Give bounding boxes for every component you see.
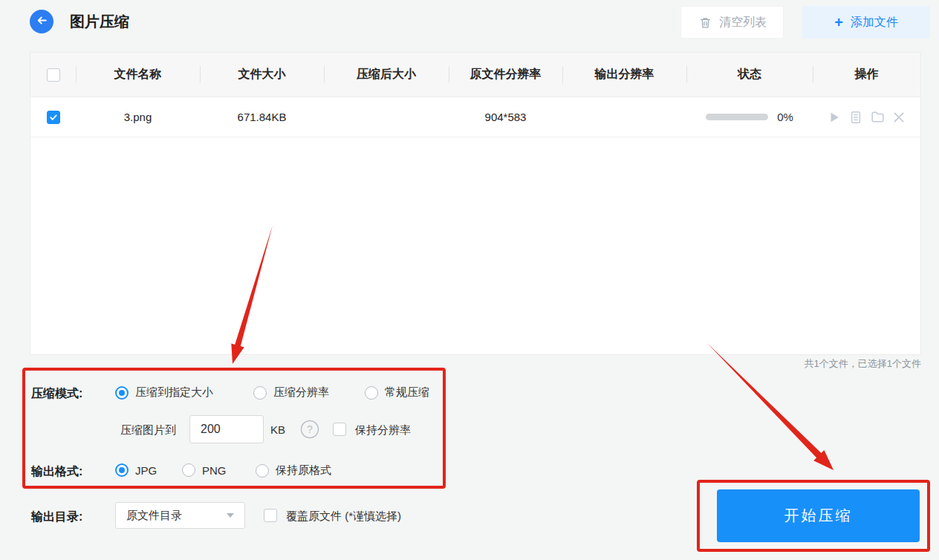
help-icon[interactable]: ? (300, 420, 319, 439)
progress-bar (706, 114, 768, 120)
radio-icon (182, 463, 195, 477)
header-checkbox-cell (30, 53, 76, 97)
row-checkbox-cell (30, 97, 76, 137)
cell-operations (813, 97, 920, 137)
play-icon[interactable] (827, 110, 842, 125)
keep-resolution-label: 保持分辨率 (355, 423, 411, 437)
radio-compress-to-size[interactable]: 压缩到指定大小 (115, 385, 213, 400)
radio-icon (115, 463, 129, 477)
clear-list-button[interactable]: 清空列表 (680, 6, 784, 39)
file-table: 文件名称 文件大小 压缩后大小 原文件分辨率 输出分辨率 状态 操作 3.png… (30, 52, 921, 355)
cell-original-resolution: 904*583 (449, 97, 562, 137)
remove-icon[interactable] (891, 110, 906, 125)
radio-format-jpg[interactable]: JPG (115, 463, 157, 477)
table-row: 3.png 671.84KB 904*583 0% (30, 97, 920, 137)
svg-text:?: ? (307, 423, 313, 435)
column-header-compressed-size: 压缩后大小 (324, 53, 449, 97)
arrow-left-icon (36, 14, 48, 30)
output-dir-label: 输出目录: (31, 509, 82, 525)
cell-file-size: 671.84KB (200, 97, 324, 137)
radio-format-png[interactable]: PNG (182, 463, 227, 477)
overwrite-checkbox[interactable] (264, 509, 277, 522)
column-header-original-resolution: 原文件分辨率 (449, 53, 562, 97)
output-format-label: 输出格式: (31, 464, 82, 480)
column-header-output-resolution: 输出分辨率 (562, 53, 686, 97)
cell-compressed-size (324, 97, 449, 137)
compress-mode-label: 压缩模式: (31, 386, 82, 402)
cell-status: 0% (686, 97, 813, 137)
overwrite-label: 覆盖原文件 (*谨慎选择) (286, 509, 401, 524)
radio-icon (115, 386, 129, 400)
radio-icon (256, 464, 269, 478)
output-dir-select[interactable]: 原文件目录 (115, 502, 245, 529)
progress-percent: 0% (777, 111, 793, 123)
target-size-label: 压缩图片到 (120, 423, 176, 437)
target-size-input[interactable] (189, 415, 264, 443)
file-info-icon[interactable] (848, 110, 863, 125)
table-header-row: 文件名称 文件大小 压缩后大小 原文件分辨率 输出分辨率 状态 操作 (30, 53, 920, 97)
keep-resolution-checkbox[interactable] (333, 423, 346, 436)
start-compress-button[interactable]: 开始压缩 (717, 489, 920, 542)
radio-icon (253, 386, 267, 400)
chevron-down-icon (227, 513, 234, 518)
column-header-operations: 操作 (813, 53, 920, 97)
radio-format-keep-original[interactable]: 保持原格式 (256, 463, 331, 478)
image-compress-page: 图片压缩 清空列表 + 添加文件 文件名称 文件大小 压缩后大小 原文件分辨率 … (0, 0, 939, 560)
radio-compress-resolution[interactable]: 压缩分辨率 (253, 385, 329, 400)
add-file-button[interactable]: + 添加文件 (802, 6, 930, 39)
back-button[interactable] (30, 10, 53, 33)
cell-file-name: 3.png (76, 97, 200, 137)
target-size-unit: KB (270, 423, 285, 436)
radio-normal-compress[interactable]: 常规压缩 (365, 385, 429, 400)
page-title: 图片压缩 (70, 12, 129, 32)
column-header-filename: 文件名称 (76, 53, 200, 97)
row-checkbox[interactable] (47, 111, 60, 124)
select-all-checkbox[interactable] (47, 68, 60, 82)
column-header-filesize: 文件大小 (200, 53, 324, 97)
column-header-status: 状态 (686, 53, 813, 97)
file-count-summary: 共1个文件，已选择1个文件 (805, 357, 921, 371)
folder-icon[interactable] (870, 110, 885, 125)
trash-icon (698, 15, 712, 30)
radio-icon (365, 386, 378, 400)
plus-icon: + (834, 15, 843, 30)
add-file-label: 添加文件 (851, 15, 898, 30)
cell-output-resolution (562, 97, 686, 137)
clear-list-label: 清空列表 (719, 15, 767, 30)
output-dir-value: 原文件目录 (126, 509, 182, 523)
